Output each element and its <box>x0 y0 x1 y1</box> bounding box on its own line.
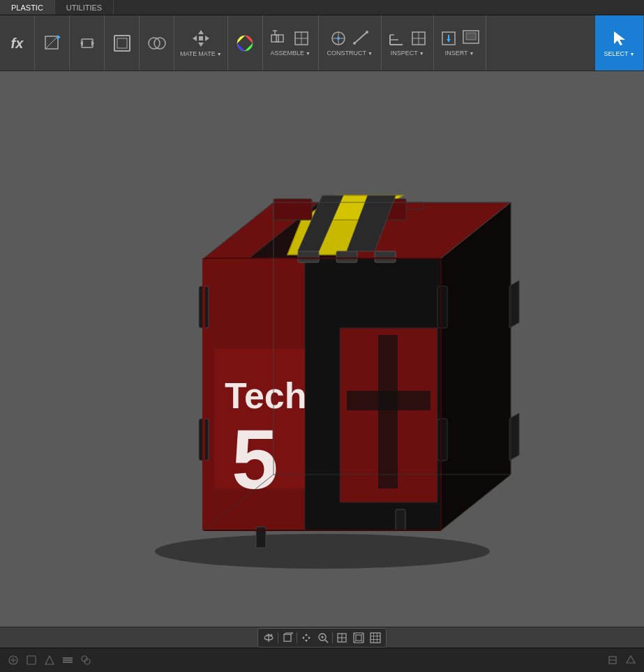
inspect-group[interactable]: INSPECT ▼ <box>382 15 434 70</box>
svg-line-103 <box>325 640 328 643</box>
shell-icon <box>112 33 132 53</box>
svg-marker-11 <box>198 43 204 47</box>
model-3d: Tech 5 <box>96 119 549 579</box>
status-icon-5[interactable] <box>78 652 93 668</box>
bottom-nav <box>0 627 644 648</box>
construct-icon2 <box>352 29 370 47</box>
svg-line-1 <box>45 36 58 49</box>
separator2 <box>297 632 297 643</box>
svg-rect-7 <box>117 38 127 48</box>
inspect-icon2 <box>410 29 428 47</box>
inspect-label: INSPECT ▼ <box>391 50 424 57</box>
svg-rect-76 <box>375 251 396 262</box>
pan-icon[interactable] <box>299 630 314 645</box>
svg-rect-115 <box>370 633 380 643</box>
status-icon-3[interactable] <box>42 652 57 668</box>
visual-style-icon[interactable] <box>351 630 366 645</box>
status-icon-1[interactable] <box>6 652 21 668</box>
fx-button[interactable]: fx <box>0 15 35 70</box>
status-icon-end1[interactable] <box>605 652 620 668</box>
insert-label: INSERT ▼ <box>445 50 474 57</box>
construct-icon1 <box>329 29 347 47</box>
status-bar <box>0 648 644 672</box>
svg-rect-60 <box>274 199 312 220</box>
tab-plastic[interactable]: PLASTIC <box>0 0 55 15</box>
svg-marker-124 <box>45 656 54 664</box>
combine-icon <box>147 33 167 53</box>
svg-rect-75 <box>336 251 357 262</box>
svg-rect-110 <box>356 635 361 641</box>
main-toolbar: fx <box>0 15 644 71</box>
move-icon <box>191 29 211 48</box>
svg-marker-101 <box>308 636 310 639</box>
svg-rect-123 <box>27 656 36 664</box>
separator1 <box>278 632 278 643</box>
fx-icon: fx <box>11 36 24 50</box>
svg-marker-47 <box>441 202 511 530</box>
svg-rect-94 <box>284 634 291 641</box>
svg-line-27 <box>354 32 367 43</box>
inspect-icon1 <box>387 29 405 47</box>
svg-rect-125 <box>63 657 73 659</box>
orbit-icon[interactable] <box>261 630 276 645</box>
svg-rect-16 <box>271 35 278 42</box>
assemble-icon2 <box>292 29 310 47</box>
construct-group[interactable]: CONSTRUCT ▼ <box>319 15 382 70</box>
svg-marker-13 <box>205 36 209 41</box>
appearance-button[interactable] <box>228 15 263 70</box>
svg-text:5: 5 <box>232 412 278 506</box>
svg-rect-64 <box>378 335 398 488</box>
mate-group[interactable]: MATEMATE ▼ <box>174 15 228 70</box>
insert-group[interactable]: INSERT ▼ <box>434 15 486 70</box>
select-label: SELECT ▼ <box>604 50 635 57</box>
insert-icon1 <box>440 29 458 47</box>
nav-icons-group <box>257 628 387 648</box>
home-view-icon[interactable] <box>280 630 295 645</box>
svg-marker-132 <box>627 656 635 663</box>
svg-marker-40 <box>447 39 451 42</box>
svg-text:Tech: Tech <box>225 375 307 416</box>
zoom-icon[interactable] <box>315 630 331 645</box>
mate-label: MATEMATE ▼ <box>180 50 222 57</box>
select-button[interactable]: SELECT ▼ <box>595 15 644 70</box>
svg-rect-14 <box>199 36 203 40</box>
svg-marker-98 <box>305 634 308 636</box>
tab-bar: PLASTIC UTILITIES <box>0 0 644 15</box>
svg-rect-6 <box>114 36 130 51</box>
svg-rect-17 <box>276 35 283 42</box>
model-container: Tech 5 <box>0 71 644 627</box>
svg-marker-99 <box>305 640 308 642</box>
svg-point-28 <box>353 42 356 45</box>
shell-button[interactable] <box>105 15 140 70</box>
viewport[interactable]: Tech 5 <box>0 71 644 627</box>
select-icon <box>610 29 629 48</box>
svg-point-26 <box>337 37 340 40</box>
tab-utilities[interactable]: UTILITIES <box>55 0 114 15</box>
svg-rect-68 <box>437 286 447 328</box>
sketch-button[interactable] <box>35 15 70 70</box>
separator3 <box>332 632 333 643</box>
svg-point-44 <box>155 534 490 569</box>
svg-point-29 <box>366 31 368 33</box>
svg-rect-73 <box>396 509 405 530</box>
svg-marker-43 <box>614 31 625 45</box>
svg-rect-127 <box>63 662 73 663</box>
svg-rect-74 <box>298 251 319 262</box>
display-mode-icon[interactable] <box>334 630 350 645</box>
pushpull-button[interactable] <box>70 15 105 70</box>
appearance-icon <box>235 33 255 53</box>
grid-icon[interactable] <box>368 630 383 645</box>
status-icon-end2[interactable] <box>623 652 638 668</box>
pushpull-icon <box>77 33 97 53</box>
construct-label: CONSTRUCT ▼ <box>327 50 372 57</box>
assemble-icon1 <box>270 29 288 47</box>
svg-marker-10 <box>198 30 204 34</box>
status-icon-4[interactable] <box>60 652 75 668</box>
svg-marker-12 <box>193 36 197 41</box>
assemble-group[interactable]: ASSEMBLE ▼ <box>263 15 319 70</box>
combine-button[interactable] <box>140 15 174 70</box>
svg-marker-100 <box>302 636 304 639</box>
status-icon-2[interactable] <box>24 652 39 668</box>
svg-rect-69 <box>437 419 447 461</box>
sketch-icon <box>43 33 62 53</box>
